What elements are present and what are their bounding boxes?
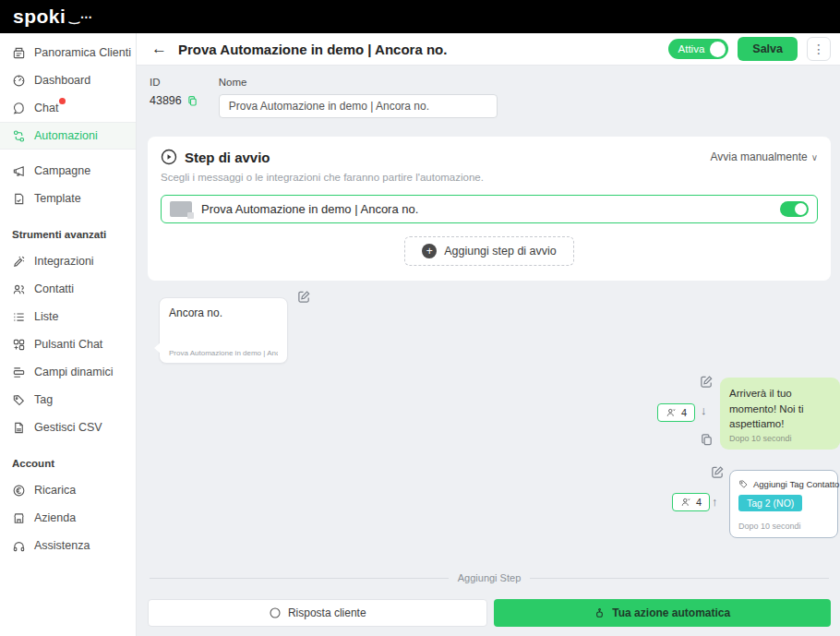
edit-start-node-icon[interactable] — [297, 290, 311, 304]
sidebar: Panoramica Clienti Dashboard Chat Automa… — [0, 33, 137, 636]
activate-toggle-knob — [710, 42, 726, 57]
divider-line — [530, 578, 829, 579]
add-tag-node[interactable]: Aggiungi Tag Contatto Tag 2 (NO) Dopo 10… — [729, 470, 838, 538]
move-down-arrow-icon[interactable]: ↓ — [701, 404, 714, 418]
dashboard-icon — [12, 74, 26, 88]
sidebar-item-assistenza[interactable]: Assistenza — [0, 532, 136, 559]
sidebar-item-label: Tag — [34, 393, 53, 406]
spoki-logo-mark-icon: ‿⋯ — [69, 10, 92, 24]
tag-chip[interactable]: Tag 2 (NO) — [738, 495, 802, 511]
back-arrow-icon[interactable]: ← — [151, 40, 167, 58]
customer-reply-button[interactable]: Risposta cliente — [148, 599, 487, 627]
tag-icon — [12, 393, 26, 407]
message-bubble-node[interactable]: Arriverà il tuo momento! Noi ti aspettia… — [720, 378, 840, 450]
template-icon — [12, 192, 26, 206]
edit-message-node-icon[interactable] — [700, 375, 714, 389]
add-start-step-label: Aggiungi step di avvio — [444, 245, 557, 258]
csv-file-icon — [12, 421, 26, 435]
sidebar-item-campi-dinamici[interactable]: Campi dinamici — [0, 358, 136, 386]
auto-action-button[interactable]: Tua azione automatica — [494, 599, 832, 627]
spoki-logo[interactable]: spoki ‿⋯ — [13, 6, 93, 28]
tag-icon — [738, 479, 749, 489]
plus-icon: + — [422, 244, 437, 258]
kebab-menu-button[interactable]: ⋮ — [807, 37, 831, 61]
contacts-icon — [12, 282, 26, 296]
start-step-subtitle: Scegli i messaggi o le integrazioni che … — [161, 172, 818, 183]
start-mode-label: Avvia manualmente — [711, 150, 808, 163]
copy-id-icon[interactable] — [186, 95, 198, 107]
bubble-tail — [154, 342, 161, 354]
sidebar-item-tag[interactable]: Tag — [0, 386, 136, 414]
sidebar-item-integrazioni[interactable]: Integrazioni — [0, 247, 136, 275]
edit-tag-node-icon[interactable] — [711, 465, 725, 479]
sidebar-item-ricarica[interactable]: Ricarica — [0, 476, 136, 504]
chat-icon — [12, 102, 26, 115]
id-label: ID — [150, 77, 198, 88]
message-contacts-badge[interactable]: 4 — [657, 403, 695, 422]
add-step-divider-label: Aggiungi Step — [458, 572, 522, 583]
id-field-group: ID 43896 — [150, 77, 198, 118]
sidebar-item-pulsanti-chat[interactable]: Pulsanti Chat — [0, 330, 136, 358]
sidebar-section-account: Account — [0, 458, 136, 469]
dynamic-fields-icon — [12, 366, 26, 379]
automation-meta-row: ID 43896 Nome — [148, 77, 831, 118]
move-up-arrow-icon[interactable]: ↑ — [712, 496, 726, 510]
sidebar-item-label: Liste — [34, 310, 58, 323]
sidebar-item-label: Chat — [34, 102, 58, 114]
save-button[interactable]: Salva — [738, 37, 798, 61]
sidebar-item-azienda[interactable]: Azienda — [0, 504, 136, 532]
sidebar-item-automazioni[interactable]: Automazioni — [0, 122, 136, 150]
chat-notification-dot — [59, 98, 66, 104]
activate-toggle[interactable]: Attiva — [668, 39, 729, 59]
tag-contacts-badge[interactable]: 4 — [672, 493, 710, 511]
name-input[interactable] — [219, 94, 498, 118]
add-start-step-button[interactable]: + Aggiungi step di avvio — [404, 236, 574, 266]
sidebar-section-strumenti-avanzati: Strumenti avanzati — [0, 229, 136, 240]
sidebar-item-label: Pulsanti Chat — [34, 338, 102, 351]
message-bubble-text: Arriverà il tuo momento! Noi ti aspettia… — [729, 386, 831, 434]
name-field-group: Nome — [219, 77, 498, 118]
person-icon — [666, 407, 677, 418]
auto-action-label: Tua azione automatica — [612, 606, 730, 619]
id-value: 43896 — [150, 94, 182, 107]
sidebar-item-campagne[interactable]: Campagne — [0, 157, 136, 185]
person-icon — [680, 497, 691, 508]
sidebar-item-label: Ricarica — [34, 484, 76, 497]
chat-buttons-icon — [12, 338, 26, 352]
add-step-actions: Risposta cliente Tua azione automatica — [148, 599, 831, 627]
page-title: Prova Automazione in demo | Ancora no. — [178, 42, 668, 57]
campaigns-icon — [12, 164, 26, 178]
tag-node-delay: Dopo 10 secondi — [738, 522, 829, 531]
flow-canvas: Ancora no. Prova Automazione in demo | A… — [148, 281, 831, 563]
trigger-enabled-toggle[interactable] — [780, 201, 809, 217]
start-node-footer: Prova Automazione in demo | Ancora no. — [169, 349, 278, 357]
sidebar-item-dashboard[interactable]: Dashboard — [0, 66, 136, 94]
top-header-bar: spoki ‿⋯ — [0, 0, 840, 33]
sidebar-item-liste[interactable]: Liste — [0, 303, 136, 330]
sidebar-item-label: Integrazioni — [34, 255, 94, 268]
sidebar-item-label: Azienda — [34, 511, 76, 524]
divider-line — [150, 578, 449, 579]
sidebar-item-template[interactable]: Template — [0, 185, 136, 212]
sidebar-item-gestisci-csv[interactable]: Gestisci CSV — [0, 414, 136, 441]
sidebar-item-contatti[interactable]: Contatti — [0, 275, 136, 303]
headset-icon — [12, 539, 26, 553]
start-step-card: Step di avvio Avvia manualmente ∨ Scegli… — [148, 137, 831, 281]
sidebar-item-chat[interactable]: Chat — [0, 94, 136, 122]
content-area: ID 43896 Nome Step di avvio Av — [137, 66, 840, 627]
lists-icon — [12, 310, 26, 324]
app-root: spoki ‿⋯ Panoramica Clienti Dashboard Ch… — [0, 0, 840, 636]
start-mode-dropdown[interactable]: Avvia manualmente ∨ — [711, 150, 819, 163]
sidebar-item-label: Contatti — [34, 282, 74, 295]
page-header: ← Prova Automazione in demo | Ancora no.… — [137, 33, 840, 66]
activate-toggle-label: Attiva — [678, 43, 705, 54]
start-message-node[interactable]: Ancora no. Prova Automazione in demo | A… — [159, 297, 288, 364]
integrations-icon — [12, 255, 26, 269]
message-badge-count: 4 — [681, 407, 687, 418]
trigger-thumbnail-image — [170, 201, 192, 217]
duplicate-node-icon[interactable] — [700, 433, 714, 447]
customer-reply-label: Risposta cliente — [288, 606, 366, 619]
sidebar-item-label: Gestisci CSV — [34, 421, 102, 434]
trigger-row[interactable]: Prova Automazione in demo | Ancora no. — [161, 195, 818, 223]
sidebar-item-panoramica-clienti[interactable]: Panoramica Clienti — [0, 39, 136, 66]
